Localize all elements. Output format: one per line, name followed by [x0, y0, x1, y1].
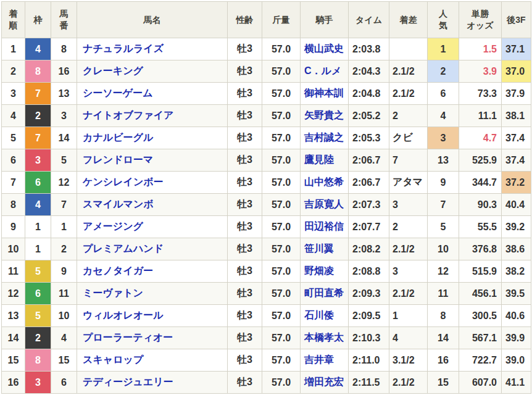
horse-number-cell: 10 [51, 305, 77, 327]
jockey-link-cell: 吉原寛人 [301, 194, 349, 216]
horse-name-link-cell: プレミアムハンド [77, 238, 228, 260]
jockey-link[interactable]: 増田充宏 [304, 376, 344, 387]
popularity-cell: 10 [428, 238, 459, 260]
frame-number-cell: 2 [25, 105, 51, 127]
time-cell: 2:05.3 [349, 127, 389, 149]
horse-name-link[interactable]: ミーヴァトン [83, 288, 143, 298]
horse-name-link[interactable]: テディージュエリー [83, 376, 173, 387]
last-3f-cell: 40.6 [502, 305, 531, 327]
horse-name-link-cell: アメージング [77, 216, 228, 238]
popularity-cell: 16 [428, 349, 459, 372]
horse-name-link[interactable]: カセノタイガー [83, 265, 153, 276]
horse-number-cell: 12 [51, 172, 77, 194]
horse-number-cell: 8 [51, 38, 77, 60]
jockey-link[interactable]: C．ルメ [304, 65, 341, 76]
horse-name-link[interactable]: フレンドローマ [83, 154, 153, 165]
table-row: 3713シーソーゲーム牡357.0御神本訓2:04.82.1/2673.337.… [2, 83, 531, 105]
jockey-link[interactable]: 吉村誠之 [304, 132, 344, 143]
sex-age-cell: 牡3 [228, 305, 262, 327]
margin-cell [389, 38, 428, 60]
jockey-link[interactable]: 野畑凌 [304, 265, 334, 276]
win-odds-cell: 73.3 [459, 83, 502, 105]
jockey-link[interactable]: 山中悠希 [304, 177, 344, 187]
time-cell: 2:09.3 [349, 283, 389, 305]
sex-age-cell: 牡3 [228, 172, 262, 194]
horse-number-cell: 11 [51, 283, 77, 305]
last-3f-cell: 37.0 [502, 60, 531, 83]
jockey-link[interactable]: 本橋孝太 [304, 332, 344, 343]
sex-age-cell: 牡3 [228, 127, 262, 149]
jockey-link[interactable]: 横山武史 [304, 43, 344, 54]
margin-cell: 2.1/2 [389, 238, 428, 260]
finish-position-cell: 9 [2, 216, 25, 238]
weight-cell: 57.0 [262, 216, 301, 238]
horse-name-link[interactable]: スキャロップ [83, 354, 143, 365]
horse-name-link[interactable]: スマイルマンボ [83, 199, 154, 209]
horse-name-link[interactable]: ケンシレインボー [83, 177, 164, 187]
sex-age-cell: 牡3 [228, 105, 262, 127]
horse-name-link[interactable]: プレミアムハンド [83, 243, 164, 254]
jockey-link-cell: 田辺裕信 [301, 216, 349, 238]
horse-name-link[interactable]: シーソーゲーム [83, 88, 153, 98]
horse-name-link[interactable]: カナルビーグル [83, 132, 153, 143]
sex-age-cell: 牡3 [228, 327, 262, 349]
table-row: 911アメージング牡357.0田辺裕信2:07.72555.539.2 [2, 216, 531, 238]
popularity-cell: 14 [428, 327, 459, 349]
horse-name-link[interactable]: ウィルオレオール [83, 310, 164, 320]
horse-name-link[interactable]: プローラーティオー [83, 332, 173, 343]
finish-position-cell: 12 [2, 283, 25, 305]
jockey-link[interactable]: 笹川翼 [304, 243, 334, 254]
popularity-cell: 1 [428, 38, 459, 60]
time-cell: 2:10.3 [349, 327, 389, 349]
weight-cell: 57.0 [262, 60, 301, 83]
frame-number-cell: 5 [25, 305, 51, 327]
jockey-link[interactable]: 吉井章 [304, 354, 334, 365]
jockey-link[interactable]: 御神本訓 [304, 88, 344, 98]
frame-number-cell: 8 [25, 349, 51, 372]
finish-position-cell: 13 [2, 305, 25, 327]
horse-name-link[interactable]: クレーキング [83, 65, 143, 76]
horse-name-link[interactable]: アメージング [83, 221, 143, 231]
table-row: 2816クレーキング牡357.0C．ルメ2:04.32.1/223.937.0 [2, 60, 531, 83]
table-row: 635フレンドローマ牡357.0鷹見陸2:06.7713525.937.4 [2, 149, 531, 172]
horse-name-link[interactable]: ナチュラルライズ [83, 43, 164, 54]
jockey-link[interactable]: 鷹見陸 [304, 154, 334, 165]
finish-position-cell: 14 [2, 327, 25, 349]
jockey-link[interactable]: 吉原寛人 [304, 199, 344, 209]
popularity-cell: 9 [428, 172, 459, 194]
time-cell: 2:07.7 [349, 216, 389, 238]
table-row: 1012プレミアムハンド牡357.0笹川翼2:08.22.1/210376.83… [2, 238, 531, 260]
margin-cell: 2.1/2 [389, 283, 428, 305]
jockey-link-cell: 横山武史 [301, 38, 349, 60]
horse-number-cell: 1 [51, 216, 77, 238]
time-cell: 2:04.8 [349, 83, 389, 105]
margin-cell: 2 [389, 216, 428, 238]
win-odds-cell: 3.9 [459, 60, 502, 83]
popularity-cell: 13 [428, 149, 459, 172]
jockey-link[interactable]: 田辺裕信 [304, 221, 344, 231]
jockey-link-cell: 鷹見陸 [301, 149, 349, 172]
horse-number-cell: 14 [51, 127, 77, 149]
jockey-link-cell: 石川倭 [301, 305, 349, 327]
finish-position-cell: 10 [2, 238, 25, 260]
popularity-cell: 15 [428, 372, 459, 394]
jockey-link[interactable]: 石川倭 [304, 310, 334, 320]
horse-name-link[interactable]: ナイトオブファイア [83, 110, 173, 120]
sex-age-cell: 牡3 [228, 149, 262, 172]
jockey-link[interactable]: 矢野貴之 [304, 110, 344, 120]
win-odds-cell: 11.1 [459, 105, 502, 127]
jockey-link-cell: 町田直希 [301, 283, 349, 305]
win-odds-cell: 90.3 [459, 194, 502, 216]
horse-name-link-cell: スマイルマンボ [77, 194, 228, 216]
last-3f-cell: 38.6 [502, 238, 531, 260]
win-odds-cell: 456.1 [459, 283, 502, 305]
margin-cell: 2 [389, 105, 428, 127]
table-row: 13510ウィルオレオール牡357.0石川倭2:09.518300.540.6 [2, 305, 531, 327]
finish-position-cell: 6 [2, 149, 25, 172]
finish-position-cell: 4 [2, 105, 25, 127]
finish-position-cell: 15 [2, 349, 25, 372]
popularity-cell: 7 [428, 194, 459, 216]
jockey-link[interactable]: 町田直希 [304, 288, 344, 298]
last-3f-cell: 38.2 [502, 260, 531, 283]
last-3f-cell: 37.1 [502, 38, 531, 60]
